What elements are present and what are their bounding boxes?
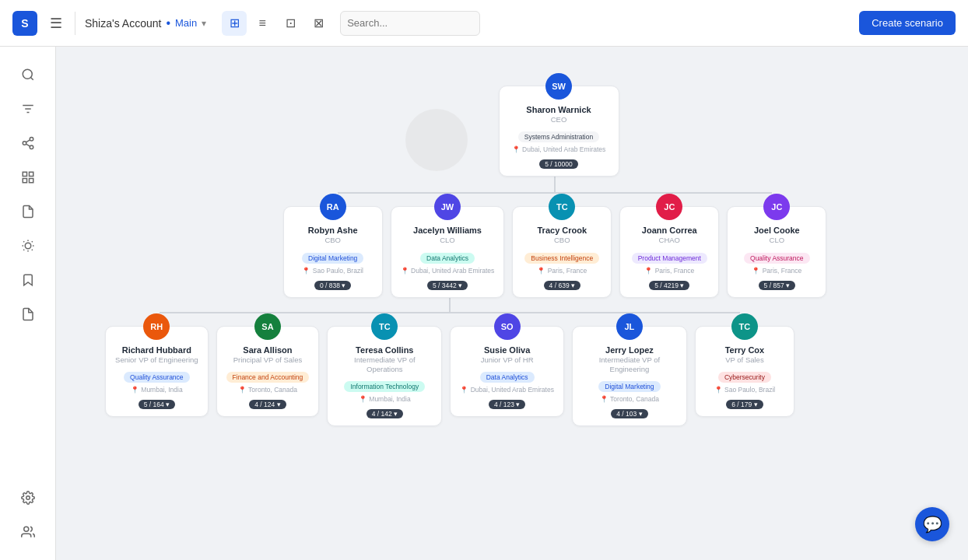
sidebar-item-team[interactable] (12, 516, 44, 548)
l2-role-1: Principal VP of Sales (226, 355, 310, 365)
sidebar-item-bookmark[interactable] (12, 264, 44, 296)
l2-node-3-wrapper: SO Susie Oliva Junior VP of HR Data Anal… (450, 313, 564, 417)
l2-loc-2: 📍 Mumbai, India (337, 395, 432, 403)
l1-role-2: CBO (522, 236, 601, 245)
header: S ☰ Shiza's Account • Main ▾ ⊞ ≡ ⊡ ⊠ Cre… (0, 0, 968, 47)
l1-avatar-3: JC (656, 194, 682, 220)
svg-rect-10 (23, 172, 26, 176)
sidebar-item-structure[interactable] (12, 162, 44, 193)
l1-count-1: 5 / 3442 ▾ (427, 281, 468, 290)
l2-card-5[interactable]: TC Terry Cox VP of Sales Cybersecurity 📍… (695, 326, 794, 417)
ceo-location: 📍 Dubai, United Arab Emirates (509, 145, 609, 153)
l1-badge-1: Data Analytics (420, 253, 475, 264)
ceo-card[interactable]: SW Sharon Warnick CEO Systems Administra… (499, 86, 619, 177)
l1-badge-4: Quality Assurance (744, 253, 810, 264)
svg-rect-13 (29, 179, 33, 183)
svg-line-9 (26, 140, 30, 142)
l1-node-4-wrapper: JC Joel Cooke CLO Quality Assurance 📍 Pa… (727, 194, 826, 297)
sidebar-item-network[interactable] (12, 128, 44, 159)
l2-name-1: Sara Allison (226, 345, 310, 355)
l2-card-4[interactable]: JL Jerry Lopez Intermediate VP of Engine… (572, 326, 687, 427)
l1-count-2: 4 / 639 ▾ (544, 281, 580, 290)
l1-card-3[interactable]: JC Joann Correa CHAO Product Management … (619, 206, 719, 297)
l2-badge-3: Data Analytics (480, 372, 535, 383)
l1-loc-4: 📍 Paris, France (737, 267, 816, 275)
sidebar-item-bulb[interactable] (12, 230, 44, 261)
l2-loc-5: 📍 Sao Paulo, Brazil (705, 386, 784, 394)
list-view-button[interactable]: ≡ (250, 11, 275, 36)
l2-loc-4: 📍 Toronto, Canada (582, 395, 677, 403)
l2-count-4: 4 / 103 ▾ (611, 409, 647, 418)
l1-role-3: CHAO (630, 236, 709, 245)
l1-avatar-2: TC (549, 194, 575, 220)
l2-name-0: Richard Hubbard (115, 345, 198, 355)
l2-badge-1: Finance and Accounting (226, 372, 310, 383)
hierarchy-view-button[interactable]: ⊞ (222, 11, 247, 36)
l2-avatar-2: TC (371, 313, 398, 340)
account-selector[interactable]: Shiza's Account • Main ▾ (85, 16, 206, 30)
l1-card-2[interactable]: TC Tracy Crook CBO Business Intelligence… (512, 206, 612, 297)
sidebar-item-document[interactable] (12, 196, 44, 227)
ceo-avatar: SW (545, 73, 572, 100)
ceo-title: CEO (509, 115, 609, 124)
svg-point-6 (23, 142, 26, 145)
ghost-node (405, 109, 468, 171)
account-name: Shiza's Account (85, 17, 161, 30)
l2-card-2[interactable]: TC Teresa Collins Intermediate VP of Ope… (327, 326, 442, 427)
l2-count-5: 6 / 179 ▾ (726, 400, 763, 409)
compare-view-button[interactable]: ⊡ (278, 11, 303, 36)
level1-section: RA Robyn Ashe CBO Digital Marketing 📍 Sa… (283, 192, 827, 297)
l1-loc-1: 📍 Dubai, United Arab Emirates (401, 267, 495, 275)
l1-card-0[interactable]: RA Robyn Ashe CBO Digital Marketing 📍 Sa… (283, 206, 383, 297)
search-input[interactable] (340, 11, 480, 36)
chat-icon: 💬 (923, 515, 942, 534)
l1-card-1[interactable]: JW Jacelyn Williams CLO Data Analytics 📍… (391, 206, 505, 297)
sidebar-item-file[interactable] (12, 299, 44, 330)
l2-card-3[interactable]: SO Susie Oliva Junior VP of HR Data Anal… (450, 326, 564, 417)
h-connector-l1 (338, 192, 773, 194)
account-dot: • (166, 16, 170, 30)
l1-avatar-4: JC (763, 194, 790, 220)
l1-loc-2: 📍 Paris, France (522, 267, 601, 275)
l2-card-1[interactable]: SA Sara Allison Principal VP of Sales Fi… (216, 326, 320, 417)
svg-line-15 (23, 241, 24, 242)
l2-card-0[interactable]: RH Richard Hubbard Senior VP of Engineer… (105, 326, 209, 417)
l2-badge-5: Cybersecurity (718, 372, 771, 383)
l2-role-3: Junior VP of HR (460, 355, 554, 365)
app-logo: S (12, 11, 37, 36)
l1-node-2-wrapper: TC Tracy Crook CBO Business Intelligence… (512, 194, 612, 297)
sidebar-item-settings[interactable] (12, 482, 44, 513)
l1-role-0: CBO (293, 236, 373, 245)
menu-icon[interactable]: ☰ (47, 12, 65, 35)
l2-role-0: Senior VP of Engineering (115, 355, 198, 365)
l1-role-4: CLO (737, 236, 816, 245)
l1-badge-0: Digital Marketing (302, 253, 363, 264)
l2-avatar-1: SA (254, 313, 281, 340)
l1-count-3: 5 / 4219 ▾ (649, 281, 689, 290)
l1-node-1-wrapper: JW Jacelyn Williams CLO Data Analytics 📍… (391, 194, 505, 297)
ceo-name: Sharon Warnick (509, 105, 609, 114)
l1-count-4: 5 / 857 ▾ (759, 281, 795, 290)
svg-point-5 (30, 138, 33, 142)
l2-avatar-4: JL (616, 313, 643, 340)
svg-line-1 (30, 77, 33, 79)
chat-button[interactable]: 💬 (915, 507, 949, 541)
create-scenario-button[interactable]: Create scenario (859, 11, 956, 35)
ceo-node-wrapper[interactable]: SW Sharon Warnick CEO Systems Administra… (499, 86, 619, 177)
l1-node-0-wrapper: RA Robyn Ashe CBO Digital Marketing 📍 Sa… (283, 194, 383, 297)
l1-avatar-1: JW (434, 194, 461, 220)
l1-badge-3: Product Management (632, 253, 707, 264)
l2-loc-0: 📍 Mumbai, India (115, 386, 198, 394)
svg-point-23 (26, 496, 30, 500)
chart-view-button[interactable]: ⊠ (306, 11, 331, 36)
sidebar-item-filter[interactable] (12, 93, 44, 124)
svg-line-19 (31, 250, 32, 250)
l1-node-3-wrapper: JC Joann Correa CHAO Product Management … (619, 194, 719, 297)
level1-row: RA Robyn Ashe CBO Digital Marketing 📍 Sa… (283, 192, 827, 297)
svg-line-8 (26, 144, 30, 146)
sidebar-item-search[interactable] (12, 59, 44, 90)
main-content: SW Sharon Warnick CEO Systems Administra… (56, 47, 968, 560)
l1-card-4[interactable]: JC Joel Cooke CLO Quality Assurance 📍 Pa… (727, 206, 826, 297)
sidebar (0, 47, 56, 560)
svg-point-7 (30, 145, 33, 149)
